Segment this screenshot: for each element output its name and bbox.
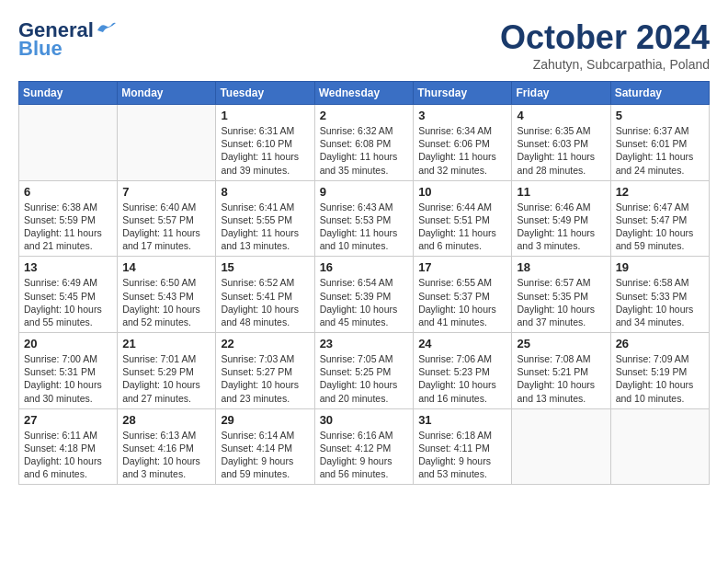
calendar-cell: 7Sunrise: 6:40 AM Sunset: 5:57 PM Daylig… — [118, 180, 216, 257]
day-info: Sunrise: 6:38 AM Sunset: 5:59 PM Dayligh… — [24, 201, 112, 253]
calendar-cell: 21Sunrise: 7:01 AM Sunset: 5:29 PM Dayli… — [118, 333, 216, 409]
calendar-header-monday: Monday — [118, 82, 216, 105]
day-number: 19 — [616, 260, 704, 274]
location-subtitle: Zahutyn, Subcarpathia, Poland — [500, 57, 710, 72]
day-number: 16 — [320, 260, 409, 274]
day-info: Sunrise: 7:00 AM Sunset: 5:31 PM Dayligh… — [24, 352, 112, 405]
calendar-cell: 9Sunrise: 6:43 AM Sunset: 5:53 PM Daylig… — [314, 180, 414, 257]
month-title: October 2024 — [500, 18, 710, 57]
calendar-cell: 19Sunrise: 6:58 AM Sunset: 5:33 PM Dayli… — [610, 257, 709, 333]
day-number: 11 — [517, 185, 605, 199]
day-info: Sunrise: 6:34 AM Sunset: 6:06 PM Dayligh… — [418, 124, 506, 177]
calendar-cell: 23Sunrise: 7:05 AM Sunset: 5:25 PM Dayli… — [314, 333, 414, 409]
day-info: Sunrise: 6:31 AM Sunset: 6:10 PM Dayligh… — [221, 124, 309, 177]
calendar-cell: 24Sunrise: 7:06 AM Sunset: 5:23 PM Dayli… — [414, 333, 512, 409]
day-info: Sunrise: 6:54 AM Sunset: 5:39 PM Dayligh… — [320, 276, 409, 328]
calendar-cell — [610, 408, 709, 485]
calendar-week-row: 20Sunrise: 7:00 AM Sunset: 5:31 PM Dayli… — [19, 333, 710, 409]
day-number: 22 — [221, 337, 309, 350]
calendar-cell: 27Sunrise: 6:11 AM Sunset: 4:18 PM Dayli… — [19, 408, 118, 485]
day-number: 29 — [221, 413, 309, 427]
day-info: Sunrise: 7:06 AM Sunset: 5:23 PM Dayligh… — [418, 352, 506, 405]
day-number: 30 — [320, 413, 409, 427]
day-info: Sunrise: 6:55 AM Sunset: 5:37 PM Dayligh… — [418, 276, 506, 328]
calendar-header-row: SundayMondayTuesdayWednesdayThursdayFrid… — [19, 82, 710, 105]
calendar-header-sunday: Sunday — [19, 82, 118, 105]
day-info: Sunrise: 6:11 AM Sunset: 4:18 PM Dayligh… — [24, 429, 112, 481]
day-number: 12 — [616, 185, 704, 199]
day-number: 9 — [320, 185, 409, 199]
day-number: 27 — [24, 413, 112, 427]
day-info: Sunrise: 6:18 AM Sunset: 4:11 PM Dayligh… — [418, 429, 506, 481]
day-info: Sunrise: 7:03 AM Sunset: 5:27 PM Dayligh… — [221, 352, 309, 405]
logo-bird-icon — [96, 21, 116, 36]
day-number: 3 — [418, 109, 506, 122]
day-info: Sunrise: 6:37 AM Sunset: 6:01 PM Dayligh… — [616, 124, 704, 177]
day-number: 4 — [517, 109, 605, 122]
day-number: 23 — [320, 337, 409, 350]
day-info: Sunrise: 6:49 AM Sunset: 5:45 PM Dayligh… — [24, 276, 112, 328]
calendar-header-wednesday: Wednesday — [314, 82, 414, 105]
logo: General Blue — [18, 18, 116, 61]
calendar-cell: 13Sunrise: 6:49 AM Sunset: 5:45 PM Dayli… — [19, 257, 118, 333]
day-number: 2 — [320, 109, 409, 122]
day-info: Sunrise: 6:41 AM Sunset: 5:55 PM Dayligh… — [221, 201, 309, 253]
calendar-cell: 28Sunrise: 6:13 AM Sunset: 4:16 PM Dayli… — [118, 408, 216, 485]
day-info: Sunrise: 7:09 AM Sunset: 5:19 PM Dayligh… — [616, 352, 704, 405]
calendar-cell: 11Sunrise: 6:46 AM Sunset: 5:49 PM Dayli… — [512, 180, 610, 257]
day-number: 24 — [418, 337, 506, 350]
calendar-cell: 25Sunrise: 7:08 AM Sunset: 5:21 PM Dayli… — [512, 333, 610, 409]
calendar-header-saturday: Saturday — [610, 82, 709, 105]
calendar-cell: 12Sunrise: 6:47 AM Sunset: 5:47 PM Dayli… — [610, 180, 709, 257]
day-info: Sunrise: 6:35 AM Sunset: 6:03 PM Dayligh… — [517, 124, 605, 177]
day-number: 20 — [24, 337, 112, 350]
calendar-cell: 22Sunrise: 7:03 AM Sunset: 5:27 PM Dayli… — [216, 333, 314, 409]
calendar-cell: 4Sunrise: 6:35 AM Sunset: 6:03 PM Daylig… — [512, 105, 610, 181]
day-number: 14 — [122, 260, 210, 274]
calendar-header-tuesday: Tuesday — [216, 82, 314, 105]
calendar-cell: 3Sunrise: 6:34 AM Sunset: 6:06 PM Daylig… — [414, 105, 512, 181]
day-info: Sunrise: 6:57 AM Sunset: 5:35 PM Dayligh… — [517, 276, 605, 328]
day-number: 31 — [418, 413, 506, 427]
day-info: Sunrise: 6:14 AM Sunset: 4:14 PM Dayligh… — [221, 429, 309, 481]
calendar-header-thursday: Thursday — [414, 82, 512, 105]
title-block: October 2024 Zahutyn, Subcarpathia, Pola… — [500, 18, 710, 72]
calendar-cell: 18Sunrise: 6:57 AM Sunset: 5:35 PM Dayli… — [512, 257, 610, 333]
calendar-cell: 16Sunrise: 6:54 AM Sunset: 5:39 PM Dayli… — [314, 257, 414, 333]
calendar-cell: 1Sunrise: 6:31 AM Sunset: 6:10 PM Daylig… — [216, 105, 314, 181]
day-number: 8 — [221, 185, 309, 199]
day-info: Sunrise: 6:44 AM Sunset: 5:51 PM Dayligh… — [418, 201, 506, 253]
calendar-cell: 26Sunrise: 7:09 AM Sunset: 5:19 PM Dayli… — [610, 333, 709, 409]
calendar-cell: 14Sunrise: 6:50 AM Sunset: 5:43 PM Dayli… — [118, 257, 216, 333]
calendar-cell — [512, 408, 610, 485]
day-info: Sunrise: 7:01 AM Sunset: 5:29 PM Dayligh… — [122, 352, 210, 405]
day-info: Sunrise: 6:46 AM Sunset: 5:49 PM Dayligh… — [517, 201, 605, 253]
calendar-cell: 15Sunrise: 6:52 AM Sunset: 5:41 PM Dayli… — [216, 257, 314, 333]
calendar-cell: 10Sunrise: 6:44 AM Sunset: 5:51 PM Dayli… — [414, 180, 512, 257]
calendar-week-row: 6Sunrise: 6:38 AM Sunset: 5:59 PM Daylig… — [19, 180, 710, 257]
day-number: 15 — [221, 260, 309, 274]
calendar-week-row: 27Sunrise: 6:11 AM Sunset: 4:18 PM Dayli… — [19, 408, 710, 485]
calendar-cell: 5Sunrise: 6:37 AM Sunset: 6:01 PM Daylig… — [610, 105, 709, 181]
day-number: 1 — [221, 109, 309, 122]
day-number: 5 — [616, 109, 704, 122]
day-number: 25 — [517, 337, 605, 350]
day-info: Sunrise: 7:05 AM Sunset: 5:25 PM Dayligh… — [320, 352, 409, 405]
day-info: Sunrise: 6:40 AM Sunset: 5:57 PM Dayligh… — [122, 201, 210, 253]
calendar-cell: 30Sunrise: 6:16 AM Sunset: 4:12 PM Dayli… — [314, 408, 414, 485]
calendar-cell: 17Sunrise: 6:55 AM Sunset: 5:37 PM Dayli… — [414, 257, 512, 333]
day-info: Sunrise: 6:58 AM Sunset: 5:33 PM Dayligh… — [616, 276, 704, 328]
calendar-cell: 6Sunrise: 6:38 AM Sunset: 5:59 PM Daylig… — [19, 180, 118, 257]
calendar-cell: 8Sunrise: 6:41 AM Sunset: 5:55 PM Daylig… — [216, 180, 314, 257]
day-info: Sunrise: 6:47 AM Sunset: 5:47 PM Dayligh… — [616, 201, 704, 253]
day-number: 18 — [517, 260, 605, 274]
day-number: 7 — [122, 185, 210, 199]
page-header: General Blue October 2024 Zahutyn, Subca… — [18, 18, 710, 72]
day-info: Sunrise: 6:50 AM Sunset: 5:43 PM Dayligh… — [122, 276, 210, 328]
calendar-week-row: 13Sunrise: 6:49 AM Sunset: 5:45 PM Dayli… — [19, 257, 710, 333]
calendar-cell: 20Sunrise: 7:00 AM Sunset: 5:31 PM Dayli… — [19, 333, 118, 409]
calendar-cell — [118, 105, 216, 181]
calendar-cell: 2Sunrise: 6:32 AM Sunset: 6:08 PM Daylig… — [314, 105, 414, 181]
day-info: Sunrise: 6:16 AM Sunset: 4:12 PM Dayligh… — [320, 429, 409, 481]
day-info: Sunrise: 7:08 AM Sunset: 5:21 PM Dayligh… — [517, 352, 605, 405]
